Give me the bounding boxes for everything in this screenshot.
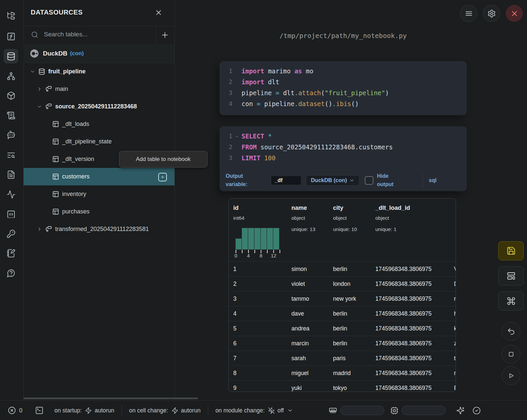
line-number: 3 bbox=[220, 88, 232, 98]
ai-sparkles-icon[interactable] bbox=[456, 406, 465, 415]
activity-item-scratchpad[interactable] bbox=[4, 246, 18, 260]
tree-item-inventory[interactable]: inventory bbox=[23, 185, 174, 203]
table-row[interactable]: 1simonberlin1745968348.3806975V bbox=[229, 261, 456, 276]
connection-duckdb[interactable]: DuckDB (con) bbox=[23, 44, 174, 63]
search-tables-input[interactable] bbox=[43, 30, 154, 38]
connection-status-icon[interactable] bbox=[472, 406, 481, 415]
close-panel-icon[interactable] bbox=[155, 9, 163, 17]
table-row[interactable]: 4daveberlin1745968348.3806975h bbox=[229, 306, 456, 321]
on-cell-change-label[interactable]: on cell change: bbox=[129, 407, 168, 414]
table-cell: miguel bbox=[291, 366, 309, 380]
tree-item--dlt-loads[interactable]: _dlt_loads bbox=[23, 115, 174, 133]
connection-name: DuckDB bbox=[43, 50, 67, 57]
zap-icon bbox=[171, 407, 178, 414]
table-cell: 1745968348.3806975 bbox=[375, 381, 432, 392]
undo-button[interactable] bbox=[502, 322, 520, 341]
hamburger-icon bbox=[465, 9, 473, 18]
table-row[interactable]: 6marcinberlin1745968348.3806975z bbox=[229, 336, 456, 351]
table-cell: paris bbox=[333, 351, 346, 365]
column-name: id bbox=[233, 205, 239, 211]
table-cell: 6 bbox=[233, 336, 237, 351]
on-module-change-label[interactable]: on module change: bbox=[215, 407, 265, 414]
output-variable-input[interactable] bbox=[271, 176, 301, 185]
tree-item-source-202504291112283468[interactable]: source_202504291112283468 bbox=[23, 98, 174, 115]
table-row[interactable]: 7sarahparis1745968348.3806975t bbox=[229, 351, 456, 365]
line-number: 2 bbox=[220, 77, 232, 88]
tree-item-label: customers bbox=[62, 173, 90, 180]
table-icon bbox=[52, 121, 62, 128]
tree-item-fruit-pipeline[interactable]: fruit_pipeline bbox=[23, 63, 174, 80]
table-body: 1simonberlin1745968348.3806975V2violetlo… bbox=[229, 261, 456, 392]
query-result-table[interactable]: idint64nameobjectunique: 13cityobjectuni… bbox=[228, 198, 456, 392]
errors-icon[interactable] bbox=[8, 406, 16, 414]
activity-item-script[interactable] bbox=[4, 108, 18, 123]
code-line: 3LIMIT 100 bbox=[220, 153, 467, 164]
activity-item-file-tree[interactable] bbox=[4, 8, 18, 23]
layout-icon bbox=[507, 271, 516, 281]
database-icon bbox=[38, 68, 48, 75]
table-cell: 9 bbox=[233, 381, 237, 392]
zap-icon bbox=[85, 407, 92, 414]
table-row[interactable]: 5andreaberlin1745968348.3806975k bbox=[229, 321, 456, 336]
run-button[interactable] bbox=[502, 366, 520, 385]
tree-item-transformed-202504291112283581[interactable]: transformed_202504291112283581 bbox=[23, 220, 174, 238]
layout-button[interactable] bbox=[498, 266, 524, 286]
terminal-icon[interactable] bbox=[35, 406, 44, 415]
activity-item-snippets[interactable] bbox=[4, 207, 18, 221]
histogram-tick-label: 4 bbox=[247, 253, 250, 258]
tree-item-label: fruit_pipeline bbox=[48, 68, 86, 75]
activity-item-chatbot[interactable] bbox=[4, 128, 18, 142]
table-row[interactable]: 9yukitokyo1745968348.3806975E bbox=[229, 380, 456, 392]
activity-item-tracing[interactable] bbox=[4, 187, 18, 202]
code-cell-python[interactable]: 1import marimo as mo2import dlt3pipeline… bbox=[220, 61, 467, 115]
settings-button[interactable] bbox=[483, 5, 500, 22]
panel-horizontal-scrollbar[interactable] bbox=[23, 398, 198, 399]
activity-item-secrets[interactable] bbox=[4, 226, 18, 241]
schema-icon bbox=[45, 226, 55, 233]
save-button[interactable] bbox=[498, 241, 524, 260]
add-datasource-button[interactable] bbox=[161, 31, 169, 39]
tree-item--dlt-pipeline-state[interactable]: _dlt_pipeline_state bbox=[23, 133, 174, 150]
tree-item-purchases[interactable]: purchases bbox=[23, 203, 174, 220]
table-row[interactable]: 8miguelmadrid1745968348.3806975r bbox=[229, 365, 456, 380]
tree-item-main[interactable]: main bbox=[23, 80, 174, 98]
memory-icon bbox=[329, 406, 337, 415]
table-row[interactable]: 3tammonew york1745968348.3806975r bbox=[229, 291, 456, 306]
shutdown-button[interactable] bbox=[506, 5, 523, 22]
cpu-icon bbox=[390, 406, 398, 415]
add-table-to-notebook-button[interactable] bbox=[158, 173, 167, 181]
table-cell: andrea bbox=[291, 321, 310, 336]
column-type: object bbox=[375, 215, 389, 221]
table-cell: tokyo bbox=[333, 381, 347, 392]
activity-item-package[interactable] bbox=[4, 88, 18, 103]
column-name: name bbox=[291, 205, 307, 211]
activity-item-help[interactable] bbox=[4, 266, 18, 280]
on-module-change-value[interactable]: off bbox=[278, 407, 284, 414]
stop-button[interactable] bbox=[502, 345, 520, 363]
python-editor[interactable]: 1import marimo as mo2import dlt3pipeline… bbox=[220, 61, 467, 109]
on-startup-value[interactable]: autorun bbox=[94, 407, 114, 414]
functions-icon bbox=[7, 32, 16, 41]
on-startup-label[interactable]: on startup: bbox=[55, 407, 82, 414]
activity-item-dependency-graph[interactable] bbox=[4, 69, 18, 83]
id-column-histogram: 04812 bbox=[236, 228, 288, 257]
chevron-down-icon[interactable] bbox=[287, 407, 293, 413]
activity-item-document[interactable] bbox=[4, 167, 18, 182]
table-row[interactable]: 2violetlondon1745968348.3806975D bbox=[229, 276, 456, 291]
code-cell-sql[interactable]: 1SELECT *2FROM source_202504291112283468… bbox=[220, 127, 467, 191]
table-cell: 1745968348.3806975 bbox=[375, 262, 432, 276]
tree-item-customers[interactable]: customers bbox=[23, 168, 174, 185]
engine-dropdown[interactable]: DuckDB (con) bbox=[306, 175, 359, 186]
hide-output-checkbox[interactable] bbox=[365, 176, 373, 185]
command-palette-button[interactable] bbox=[498, 291, 524, 311]
on-cell-change-value[interactable]: autorun bbox=[181, 407, 201, 414]
sql-editor[interactable]: 1SELECT *2FROM source_202504291112283468… bbox=[220, 127, 467, 164]
fold-spacer bbox=[232, 77, 242, 88]
activity-bar bbox=[0, 0, 24, 400]
table-cell: madrid bbox=[333, 366, 351, 380]
activity-item-functions[interactable] bbox=[4, 29, 18, 44]
activity-item-database[interactable] bbox=[4, 49, 18, 63]
datasources-header: DATASOURCES bbox=[23, 0, 174, 26]
activity-item-log-search[interactable] bbox=[4, 148, 18, 162]
menu-button[interactable] bbox=[460, 5, 477, 22]
